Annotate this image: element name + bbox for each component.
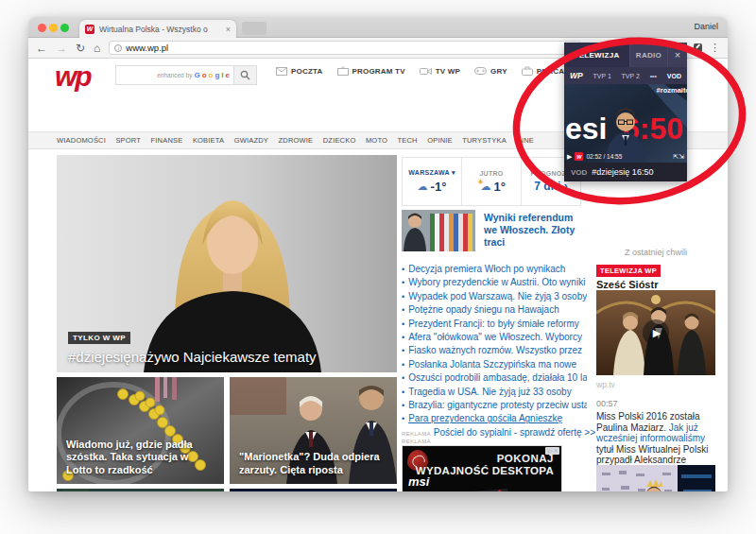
more-channels-icon[interactable]: ••• <box>650 73 657 79</box>
nav-sport[interactable]: SPORT <box>115 136 141 145</box>
nav-finanse[interactable]: FINANSE <box>151 136 183 145</box>
miss-photo <box>596 465 715 491</box>
wp-logo[interactable]: wp <box>55 62 91 91</box>
headline-link[interactable]: •Prezydent Francji: to były śmiałe refor… <box>402 318 587 331</box>
channel-wp[interactable]: WP <box>570 71 583 80</box>
recent-news-link[interactable]: Z ostatniej chwili <box>596 248 715 257</box>
nav-zdrowie[interactable]: ZDROWIE <box>278 136 313 145</box>
video-source-label: wp.tv <box>596 380 615 389</box>
hero-title[interactable]: #dziejesięnażywo Najciekawsze tematy <box>68 349 317 365</box>
browser-menu-icon[interactable]: ⋮ <box>710 42 720 54</box>
sidebar-video-thumb[interactable]: ▶ <box>596 290 715 375</box>
top-story-thumb[interactable] <box>402 210 475 251</box>
home-icon[interactable]: ⌂ <box>94 43 100 54</box>
card-mma[interactable] <box>230 489 397 491</box>
headline-link[interactable]: •Posłanka Jolanta Szczypińska ma nowe <box>402 358 587 371</box>
reload-icon[interactable]: ↻ <box>76 43 85 54</box>
nav-moto[interactable]: MOTO <box>366 136 387 145</box>
sponsored-link[interactable]: REKLAMAPościel do sypialni - sprawdź ofe… <box>402 427 587 438</box>
search-button[interactable] <box>233 66 256 84</box>
new-tab-button[interactable] <box>242 22 266 35</box>
vod-label: VOD <box>571 168 587 177</box>
quicklink-gry[interactable]: GRY <box>474 67 507 76</box>
site-info-icon[interactable]: i <box>114 44 122 52</box>
quicklink-label: GRY <box>490 67 507 76</box>
channel-vod[interactable]: VOD <box>667 73 681 79</box>
headline-link[interactable]: •Tragedia w USA. Nie żyją już 33 osoby <box>402 386 587 399</box>
headline-link[interactable]: •Fiasko ważnych rozmów. Wszystko przez <box>402 344 587 357</box>
nav-kobieta[interactable]: KOBIETA <box>193 136 224 145</box>
card-title[interactable]: "Marionetka"? Duda odpiera zarzuty. Cięt… <box>239 451 389 476</box>
weather-tomorrow[interactable]: JUTRO ☀☁1° <box>461 158 521 205</box>
nav-gwiazdy[interactable]: GWIAZDY <box>234 136 268 145</box>
card-title[interactable]: Wiadomo już, gdzie padła szóstka. Taka s… <box>66 439 216 477</box>
headline-link[interactable]: •Para prezydencka gościła Agnieszkę <box>402 412 587 425</box>
play-button[interactable]: ▶ <box>643 319 669 346</box>
wp-player-logo: W <box>575 152 583 161</box>
extension-pen-icon[interactable] <box>694 43 702 52</box>
nav-opinie[interactable]: OPINIE <box>427 136 453 145</box>
bullet-icon: • <box>402 333 404 342</box>
headline-link[interactable]: •Afera "ołówkowa" we Włoszech. Wyborcy <box>402 331 587 344</box>
sun-icon: ☀ <box>477 179 483 186</box>
chevron-right-icon: › <box>564 180 568 193</box>
gamepad-icon <box>474 67 487 75</box>
tab-telewizja[interactable]: TELEWIZJA <box>564 43 629 67</box>
studio-frame: esi 6:50 <box>564 84 687 163</box>
bullet-icon: • <box>402 414 404 423</box>
top-story-title[interactable]: Wyniki referendum we Włoszech. Złoty tra… <box>484 212 581 249</box>
headline-link[interactable]: •Wybory prezydenckie w Austrii. Oto wyni… <box>402 276 587 289</box>
nav-dziecko[interactable]: DZIECKO <box>323 136 356 145</box>
search-box[interactable]: enhanced by Google <box>115 65 257 85</box>
tab-radio[interactable]: RADIO <box>629 43 667 67</box>
play-icon[interactable]: ▶ <box>567 153 572 161</box>
msi-ad-banner[interactable]: ▷ × msi POKONAJ WYDAJNOŚĆ DESKTOPA GT73V… <box>402 445 562 491</box>
search-input[interactable]: enhanced by Google <box>116 66 233 84</box>
quicklink-program-tv[interactable]: PROGRAM TV <box>337 66 405 76</box>
address-bar[interactable]: i www.wp.pl <box>109 41 581 55</box>
headline-link[interactable]: •Wypadek pod Warszawą. Nie żyją 3 osoby <box>402 290 587 303</box>
tab-close-icon[interactable]: × <box>226 25 231 34</box>
forecast-days[interactable]: 7 dni <box>534 180 560 193</box>
temp-tomorrow: 1° <box>493 180 505 194</box>
headline-link[interactable]: •Decyzja premiera Włoch po wynikach <box>402 263 587 276</box>
headline-link[interactable]: •Brazylia: gigantyczne protesty przeciw … <box>402 399 587 412</box>
fullscreen-icon[interactable]: ⇱⇲ <box>673 153 684 161</box>
sidebar-video-title[interactable]: Sześć Sióstr <box>596 279 658 290</box>
caption-text: #dziejesię 16:50 <box>592 167 653 177</box>
headline-link[interactable]: •Oszuści podrobili ambasadę, działała 10… <box>402 371 587 385</box>
back-icon[interactable]: ← <box>36 43 47 54</box>
nav-wiadomosci[interactable]: WIADOMOŚCI <box>57 136 106 145</box>
hero-story[interactable]: TYLKO W WP #dziejesięnażywo Najciekawsze… <box>57 155 397 372</box>
card-duda[interactable]: "Marionetka"? Duda odpiera zarzuty. Cięt… <box>230 377 397 484</box>
maximize-window-button[interactable] <box>60 24 69 32</box>
minimize-window-button[interactable] <box>49 24 58 32</box>
browser-profile-name[interactable]: Daniel <box>694 22 718 31</box>
quicklink-tv-wp[interactable]: TV WP <box>420 67 460 76</box>
channel-tvp2[interactable]: TVP 2 <box>622 73 640 79</box>
browser-tab[interactable]: W Wirtualna Polska - Wszystko o × <box>79 20 236 38</box>
nav-tech[interactable]: TECH <box>398 136 418 145</box>
forward-icon[interactable]: → <box>56 43 67 54</box>
miss-polski-photo[interactable] <box>596 465 715 491</box>
bullet-icon: • <box>402 373 404 383</box>
quicklink-poczta[interactable]: POCZTA <box>276 67 323 76</box>
quicklink-praca[interactable]: PRACA <box>522 66 564 76</box>
nav-inne[interactable]: INNE <box>516 136 534 145</box>
video-player[interactable]: esi 6:50 #rozmaito ▶ W 02:52 / 14:55 ⇱⇲ <box>564 84 687 163</box>
headline-link[interactable]: •Potężne opady śniegu na Hawajach <box>402 303 587 317</box>
channel-tvp1[interactable]: TVP 1 <box>593 73 610 79</box>
card-house[interactable] <box>57 489 224 491</box>
top-story[interactable]: Wyniki referendum we Włoszech. Złoty tra… <box>402 210 581 255</box>
weather-today[interactable]: WARSZAWA ▾ ☁-1° <box>403 158 461 205</box>
video-caption-bar[interactable]: VOD #dziejesię 16:50 <box>564 163 687 181</box>
video-duration: 00:57 <box>596 399 618 408</box>
close-window-button[interactable] <box>38 24 46 32</box>
bullet-icon: • <box>402 278 404 287</box>
close-icon[interactable]: × <box>667 43 687 67</box>
card-lotto[interactable]: Wiadomo już, gdzie padła szóstka. Taka s… <box>57 377 224 484</box>
search-enhanced-label: enhanced by <box>157 72 192 78</box>
weather-city[interactable]: WARSZAWA <box>408 169 449 176</box>
nav-turystyka[interactable]: TURYSTYKA <box>462 136 507 145</box>
bullet-icon: • <box>402 305 404 315</box>
